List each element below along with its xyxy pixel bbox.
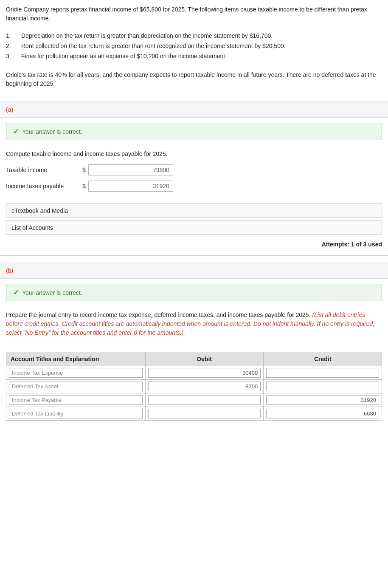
income-taxes-payable-input[interactable]: [88, 181, 173, 192]
col-header-credit: Credit: [264, 352, 382, 366]
journal-credit-input[interactable]: [266, 395, 379, 405]
journal-table-wrapper: Account Titles and Explanation Debit Cre…: [0, 352, 388, 427]
correct-text-b: Your answer is correct.: [22, 289, 82, 296]
journal-account-cell: [6, 393, 146, 407]
section-b-desc: Prepare the journal entry to record inco…: [6, 311, 382, 337]
journal-row: [6, 366, 382, 380]
journal-account-cell: [6, 366, 146, 380]
journal-credit-input[interactable]: [266, 382, 379, 391]
section-a-label: (a): [0, 102, 388, 118]
tax-note: Oriole's tax rate is 40% for all years, …: [0, 65, 388, 93]
journal-account-input[interactable]: [9, 409, 143, 418]
journal-credit-input[interactable]: [266, 368, 379, 378]
journal-account-input[interactable]: [9, 368, 143, 378]
taxable-income-row: Taxable income $: [6, 164, 382, 175]
col-header-debit: Debit: [145, 352, 264, 366]
etextbook-link[interactable]: eTextbook and Media: [6, 204, 382, 218]
problem-intro: Oriole Company reports pretax financial …: [0, 0, 388, 27]
section-a-desc: Compute taxable income and income taxes …: [6, 150, 382, 158]
list-item: 2. Rent collected on the tax return is g…: [0, 41, 388, 51]
journal-account-input[interactable]: [9, 382, 143, 391]
journal-debit-input[interactable]: [148, 382, 261, 391]
problem-list: 1. Depreciation on the tax return is gre…: [0, 31, 388, 61]
journal-row: [6, 380, 382, 393]
list-of-accounts-link[interactable]: List of Accounts: [6, 220, 382, 235]
journal-credit-cell: [264, 380, 382, 393]
taxable-income-label: Taxable income: [6, 167, 82, 173]
attempts-text: Attempts: 1 of 3 used: [0, 237, 388, 251]
check-icon-a: ✓: [13, 127, 19, 136]
journal-debit-cell: [145, 366, 264, 380]
section-b-content: Prepare the journal entry to record inco…: [0, 306, 388, 348]
dollar-sign-1: $: [82, 167, 86, 173]
list-item: 3. Fines for pollution appear as an expe…: [0, 51, 388, 61]
section-a-content: Compute taxable income and income taxes …: [0, 145, 388, 201]
journal-debit-input[interactable]: [148, 409, 261, 418]
list-item: 1. Depreciation on the tax return is gre…: [0, 31, 388, 41]
journal-debit-cell: [145, 380, 264, 393]
correct-text-a: Your answer is correct.: [22, 128, 82, 135]
journal-credit-cell: [264, 407, 382, 421]
journal-debit-cell: [145, 393, 264, 407]
journal-account-input[interactable]: [9, 395, 143, 405]
journal-row: [6, 393, 382, 407]
dollar-sign-2: $: [82, 183, 86, 189]
journal-credit-input[interactable]: [266, 409, 379, 418]
correct-banner-b: ✓ Your answer is correct.: [6, 284, 382, 301]
income-taxes-payable-label: Income taxes payable: [6, 183, 82, 189]
col-header-account: Account Titles and Explanation: [6, 352, 146, 366]
taxable-income-input[interactable]: [88, 164, 173, 175]
income-taxes-payable-row: Income taxes payable $: [6, 181, 382, 192]
check-icon-b: ✓: [13, 288, 19, 297]
journal-credit-cell: [264, 366, 382, 380]
journal-credit-cell: [264, 393, 382, 407]
journal-debit-cell: [145, 407, 264, 421]
journal-debit-input[interactable]: [148, 395, 261, 405]
journal-account-cell: [6, 380, 146, 393]
journal-row: [6, 407, 382, 421]
journal-table: Account Titles and Explanation Debit Cre…: [6, 352, 382, 421]
section-b-label: (b): [0, 263, 388, 279]
journal-debit-input[interactable]: [148, 368, 261, 378]
journal-account-cell: [6, 407, 146, 421]
correct-banner-a: ✓ Your answer is correct.: [6, 123, 382, 140]
